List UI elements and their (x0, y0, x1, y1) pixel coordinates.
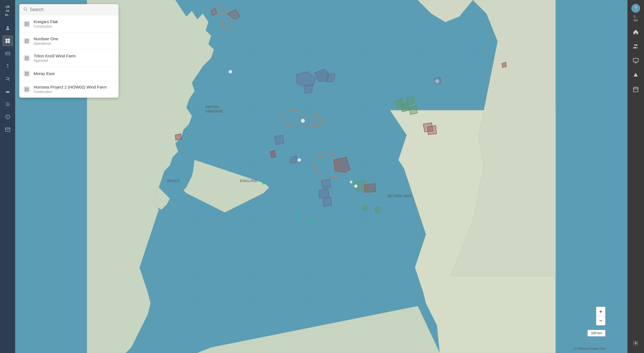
svg-marker-43 (290, 156, 297, 163)
svg-marker-56 (364, 183, 376, 192)
svg-rect-2 (8, 39, 10, 41)
sidebar-icon-dashboard[interactable] (2, 35, 13, 46)
result-name-1: Nordsee One (34, 36, 58, 41)
list-item[interactable]: Hornsea Project 2 (HOW02) Wind Farm Cons… (19, 81, 118, 98)
svg-text:ENGLAND: ENGLAND (240, 179, 257, 183)
sidebar-icon-routes[interactable] (2, 73, 13, 84)
svg-point-88 (634, 44, 636, 46)
svg-point-64 (350, 181, 352, 183)
leaflet-link[interactable]: Leaflet (563, 347, 572, 350)
svg-point-62 (298, 158, 301, 162)
svg-rect-85 (26, 73, 28, 75)
zoom-in-button[interactable]: + (596, 307, 605, 316)
svg-marker-52 (321, 179, 331, 188)
svg-point-7 (7, 65, 8, 66)
sidebar-icon-list[interactable] (2, 99, 13, 110)
right-sidebar-title: ? S...dar (631, 3, 640, 22)
sidebar-right-people[interactable] (630, 40, 642, 52)
svg-line-77 (26, 10, 27, 11)
svg-marker-51 (427, 125, 436, 135)
svg-marker-40 (313, 118, 323, 126)
svg-rect-83 (26, 57, 28, 59)
map-controls: + − (596, 307, 605, 325)
right-sidebar-label: S...dar (634, 15, 638, 22)
svg-rect-93 (634, 87, 638, 92)
result-icon-nordsee (24, 38, 30, 44)
svg-marker-41 (274, 135, 284, 145)
list-item[interactable]: Moray East (19, 67, 118, 81)
result-icon-moray (24, 71, 30, 77)
main-content: UNITED KINGDOM WALES ENGLAND NETHERLANDS (15, 0, 627, 353)
svg-rect-81 (26, 40, 28, 42)
sidebar-icon-info[interactable] (2, 111, 13, 122)
list-item[interactable]: Nordsee One Operational (19, 33, 118, 50)
svg-rect-3 (6, 41, 7, 43)
search-panel: Kreigars Flak Construction Nordsee One O… (19, 4, 118, 98)
result-icon-triton (24, 55, 30, 61)
svg-marker-59 (175, 134, 182, 140)
svg-marker-48 (407, 96, 414, 105)
zoom-out-button[interactable]: − (596, 316, 605, 325)
sidebar-icon-wind[interactable] (2, 61, 13, 72)
result-icon-kreigars (24, 21, 30, 27)
sidebar-right-settings[interactable] (630, 337, 642, 349)
svg-point-97 (635, 342, 637, 344)
svg-point-61 (301, 119, 305, 123)
map-attribution: Leaflet | © Offshore Power Intel (563, 347, 605, 350)
svg-point-60 (229, 70, 232, 73)
svg-point-0 (7, 26, 9, 28)
search-icon (23, 7, 28, 12)
svg-text:WALES: WALES (167, 179, 179, 183)
list-item[interactable]: Kreigars Flak Construction (19, 15, 118, 33)
svg-text:UNITED: UNITED (206, 105, 219, 109)
result-status-4: Construction (34, 90, 107, 94)
left-sidebar: Off Int W... (0, 0, 15, 353)
list-item[interactable]: Triton Knoll Wind Farm Approved (19, 50, 118, 67)
svg-rect-87 (26, 88, 28, 90)
sidebar-right-monitor[interactable] (630, 55, 642, 67)
result-name-4: Hornsea Project 2 (HOW02) Wind Farm (34, 85, 107, 89)
result-name-2: Triton Knoll Wind Farm (34, 54, 76, 58)
sidebar-icon-user[interactable] (2, 23, 13, 34)
result-icon-hornsea (24, 86, 30, 92)
svg-point-76 (24, 8, 26, 10)
result-status-0: Construction (34, 25, 58, 28)
app-title: Off Int W... (4, 3, 11, 19)
result-status-2: Approved (34, 59, 76, 63)
svg-marker-54 (323, 197, 332, 206)
svg-marker-58 (434, 77, 441, 84)
svg-rect-79 (26, 23, 28, 25)
attribution-suffix: | © Offshore Power Intel (573, 347, 605, 350)
search-box (19, 4, 118, 15)
svg-text:KINGDOM: KINGDOM (206, 109, 223, 113)
sidebar-right-home[interactable] (630, 26, 642, 38)
result-name-0: Kreigars Flak (34, 19, 58, 24)
sidebar-icon-vessel[interactable] (2, 86, 13, 97)
svg-text:NETHERLANDS: NETHERLANDS (387, 194, 412, 198)
svg-marker-49 (409, 106, 417, 114)
scale-bar: 100 km (588, 330, 605, 336)
svg-marker-53 (319, 189, 329, 198)
svg-point-89 (636, 44, 638, 46)
svg-marker-36 (327, 74, 335, 82)
svg-rect-1 (6, 39, 7, 41)
sidebar-icon-mail[interactable] (2, 124, 13, 135)
svg-marker-37 (305, 84, 313, 93)
result-status-1: Operational (34, 42, 58, 46)
svg-rect-4 (8, 41, 10, 43)
search-input[interactable] (30, 7, 115, 12)
result-name-3: Moray East (34, 71, 55, 76)
sidebar-right-vessel[interactable] (630, 69, 642, 81)
right-sidebar: ? S...dar (627, 0, 644, 353)
svg-point-63 (354, 184, 357, 188)
sidebar-icon-layers[interactable] (2, 48, 13, 59)
svg-rect-90 (633, 58, 638, 62)
sidebar-right-calendar[interactable] (630, 83, 642, 95)
map-container[interactable]: UNITED KINGDOM WALES ENGLAND NETHERLANDS (15, 0, 627, 353)
help-button[interactable]: ? (631, 4, 640, 13)
